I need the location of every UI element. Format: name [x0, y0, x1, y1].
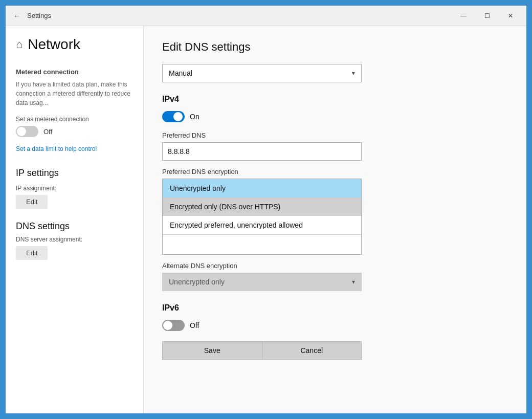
close-button[interactable]: ✕	[499, 6, 522, 26]
dropdown-input-row	[163, 234, 361, 254]
titlebar-title: Settings	[27, 12, 452, 19]
ip-settings-title: IP settings	[16, 168, 133, 179]
ipv6-toggle-label: Off	[190, 321, 199, 329]
preferred-dns-input[interactable]	[162, 142, 362, 161]
dns-settings-title: DNS settings	[16, 221, 133, 232]
metered-toggle-label: Off	[43, 128, 52, 136]
alternate-encryption-value: Unencrypted only	[169, 278, 225, 286]
encryption-dropdown-open: Unencrypted only Encrypted only (DNS ove…	[162, 179, 362, 255]
action-buttons: Save Cancel	[162, 341, 362, 360]
encryption-option-encrypted-preferred[interactable]: Encrypted preferred, unencrypted allowed	[163, 216, 361, 234]
ipv4-toggle[interactable]	[162, 111, 185, 122]
set-metered-label: Set as metered connection	[16, 116, 133, 123]
preferred-dns-encryption-label: Preferred DNS encryption	[162, 168, 508, 175]
ip-edit-button[interactable]: Edit	[16, 195, 48, 209]
encryption-option-unencrypted[interactable]: Unencrypted only	[163, 179, 361, 197]
ipv6-toggle[interactable]	[162, 320, 185, 331]
alternate-encryption-dropdown: Unencrypted only ▾	[162, 273, 362, 291]
ipv6-section: IPv6 Off	[162, 303, 508, 331]
panel-title: Edit DNS settings	[162, 40, 508, 54]
dns-edit-button[interactable]: Edit	[16, 246, 48, 260]
save-button[interactable]: Save	[162, 341, 262, 360]
metered-toggle-container: Off	[16, 126, 133, 137]
ipv4-heading: IPv4	[162, 95, 508, 104]
content-area: ⌂ Network Metered connection If you have…	[6, 26, 526, 413]
alternate-dns-encryption-label: Alternate DNS encryption	[162, 262, 508, 270]
ipv6-toggle-row: Off	[162, 320, 508, 331]
ipv4-toggle-label: On	[190, 113, 199, 121]
dns-server-label: DNS server assignment:	[16, 236, 133, 243]
cancel-button[interactable]: Cancel	[262, 341, 362, 360]
main-panel: Edit DNS settings Manual ▾ IPv4 On Prefe…	[144, 26, 526, 413]
sidebar: ⌂ Network Metered connection If you have…	[6, 26, 144, 413]
ipv4-toggle-row: On	[162, 111, 508, 122]
mode-dropdown-value: Manual	[169, 69, 192, 77]
ip-assignment-label: IP assignment:	[16, 185, 133, 192]
mode-dropdown[interactable]: Manual ▾	[162, 64, 362, 82]
network-title: Network	[28, 36, 80, 53]
minimize-button[interactable]: —	[452, 6, 475, 26]
titlebar-controls: — ☐ ✕	[452, 6, 522, 26]
sidebar-header: ⌂ Network	[16, 36, 133, 53]
metered-toggle[interactable]	[16, 126, 38, 137]
metered-description: If you have a limited data plan, make th…	[16, 80, 133, 107]
ipv6-heading: IPv6	[162, 303, 508, 313]
metered-section-title: Metered connection	[16, 68, 133, 76]
back-button[interactable]: ←	[10, 9, 24, 23]
data-limit-link[interactable]: Set a data limit to help control	[16, 145, 133, 152]
mode-dropdown-arrow: ▾	[352, 70, 355, 77]
preferred-dns-label: Preferred DNS	[162, 131, 508, 139]
maximize-button[interactable]: ☐	[475, 6, 499, 26]
settings-window: ← Settings — ☐ ✕ ⌂ Network Metered conne…	[5, 5, 527, 414]
encryption-dropdown-input[interactable]	[163, 237, 361, 252]
titlebar: ← Settings — ☐ ✕	[6, 6, 526, 26]
alternate-encryption-arrow: ▾	[352, 278, 355, 285]
home-icon: ⌂	[16, 38, 23, 51]
encryption-option-encrypted-only[interactable]: Encrypted only (DNS over HTTPS)	[163, 197, 361, 216]
